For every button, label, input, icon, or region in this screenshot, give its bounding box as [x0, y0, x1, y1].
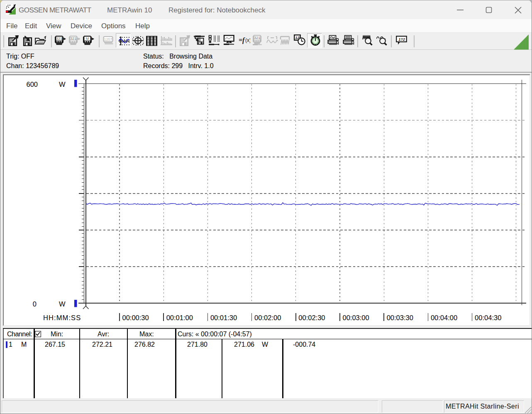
svg-text:(x): (x) [245, 37, 250, 43]
svg-text:00:04:30: 00:04:30 [475, 314, 501, 321]
svg-text:0: 0 [33, 300, 37, 308]
svg-text:1257: 1257 [104, 37, 112, 42]
svg-text:00:04:00: 00:04:00 [431, 314, 457, 321]
svg-text:W: W [59, 81, 66, 88]
svg-text:00:01:00: 00:01:00 [166, 314, 193, 321]
svg-text:00:03:00: 00:03:00 [343, 314, 369, 321]
svg-text:00:02:30: 00:02:30 [298, 314, 325, 321]
svg-text:321: 321 [70, 37, 76, 41]
svg-text:00:03:30: 00:03:30 [387, 314, 413, 321]
svg-text:M: M [86, 37, 89, 41]
svg-text:321: 321 [254, 36, 260, 40]
svg-text:00:02:00: 00:02:00 [254, 314, 281, 321]
svg-text:321: 321 [56, 37, 62, 41]
svg-text:HH:MM:SS: HH:MM:SS [43, 314, 81, 321]
svg-text:1?2: 1?2 [398, 37, 405, 42]
svg-text:00:01:30: 00:01:30 [210, 314, 237, 321]
svg-text:=f: =f [239, 37, 245, 44]
svg-text:W: W [59, 300, 66, 308]
svg-text:00:00:30: 00:00:30 [122, 314, 149, 321]
svg-text:600: 600 [26, 81, 38, 88]
